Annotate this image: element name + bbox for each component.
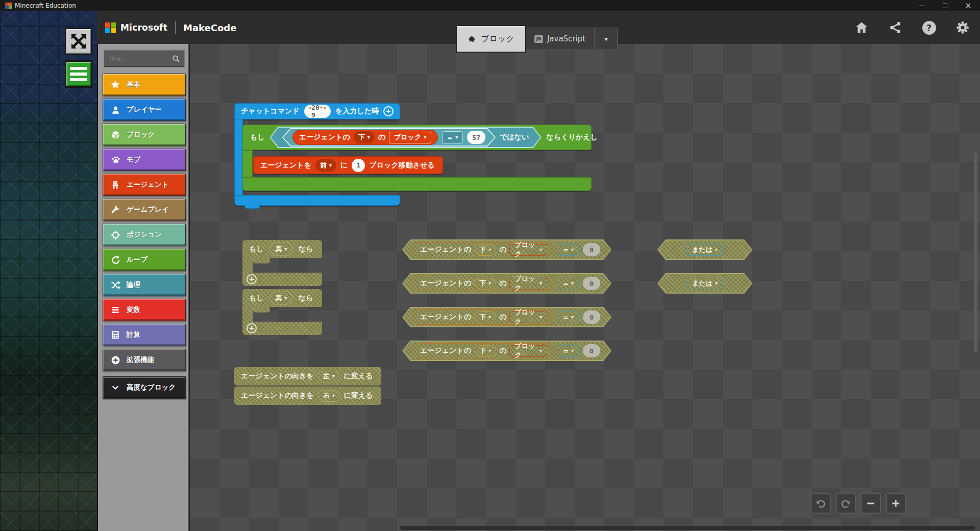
ghost-agent-inspect-block[interactable]: エージェントの 下▾ の ブロック▾ — [413, 276, 554, 291]
ghost-target-dropdown[interactable]: ブロック▾ — [509, 278, 547, 289]
compare-operator-dropdown[interactable]: =▾ — [442, 131, 463, 144]
expand-plus-icon[interactable] — [383, 106, 394, 116]
chat-command-block-footer[interactable] — [234, 195, 400, 206]
vertical-scrollbar[interactable] — [974, 153, 977, 352]
ghost-direction-dropdown[interactable]: 下▾ — [474, 278, 496, 289]
ghost-direction-dropdown[interactable]: 下▾ — [474, 345, 496, 357]
chat-command-block-spine[interactable] — [234, 119, 243, 196]
while-loop-footer[interactable] — [242, 177, 592, 191]
plus-circle-icon — [110, 355, 120, 365]
ghost-agent-turn-block[interactable]: エージェントの向きを 右▾ に変える — [234, 387, 381, 405]
sidebar-item-variables[interactable]: 変数 — [103, 299, 186, 321]
ghost-agent-inspect-block[interactable]: エージェントの 下▾ の ブロック▾ — [413, 309, 554, 325]
ghost-add-else-button[interactable] — [247, 274, 257, 284]
while-loop-spine[interactable] — [242, 150, 253, 177]
help-button[interactable]: ? — [919, 17, 939, 38]
ghost-or-dropdown[interactable]: または▾ — [687, 278, 723, 289]
ghost-condition-dropdown[interactable]: 真▾ — [268, 292, 294, 305]
sidebar-item-advanced[interactable]: 高度なブロック — [103, 376, 186, 399]
ghost-value-field[interactable]: 0 — [583, 310, 600, 324]
horizontal-scrollbar[interactable] — [400, 526, 975, 530]
agent-move-direction-dropdown[interactable]: 前▾ — [315, 159, 336, 172]
sidebar-item-position[interactable]: ポジション — [103, 224, 186, 246]
agent-inspect-block[interactable]: エージェントの 下▾ の ブロック▾ — [292, 130, 438, 145]
ghost-agent-inspect-block[interactable]: エージェントの 下▾ の ブロック▾ — [413, 242, 554, 257]
ghost-inspect-compare-block[interactable]: エージェントの 下▾ の ブロック▾ =▾ 0 — [402, 273, 611, 294]
ghost-operator-dropdown[interactable]: =▾ — [558, 278, 579, 289]
close-button[interactable]: × — [957, 0, 980, 11]
chat-command-block[interactable]: チャットコマンド "20-9" を入力した時 — [234, 103, 400, 119]
agent-move-block[interactable]: エージェントを 前▾ に 1 ブロック移動させる — [253, 156, 443, 174]
ghost-target-dropdown[interactable]: ブロック▾ — [509, 311, 547, 323]
editor-toggle-dropdown[interactable]: ▾ — [595, 28, 618, 50]
ghost-direction-dropdown[interactable]: 下▾ — [474, 311, 496, 323]
app-window: Minecraft Education × — [0, 0, 980, 531]
sidebar-item-blocks[interactable]: ブロック — [103, 124, 186, 146]
logic-compare-block[interactable]: エージェントの 下▾ の ブロック▾ =▾ 57 — [282, 128, 496, 147]
agent-inspect-target-dropdown[interactable]: ブロック▾ — [389, 132, 431, 143]
sidebar-item-label: ポジション — [127, 230, 162, 239]
ghost-turn-direction-dropdown[interactable]: 左▾ — [318, 371, 340, 382]
ghost-or-block[interactable]: または▾ — [657, 273, 752, 294]
wrench-icon — [110, 205, 120, 215]
ghost-direction-dropdown[interactable]: 下▾ — [474, 244, 496, 256]
sidebar-item-math[interactable]: 計算 — [103, 324, 186, 346]
ghost-value-field[interactable]: 0 — [583, 344, 600, 357]
agent-inspect-direction-dropdown[interactable]: 下▾ — [354, 131, 375, 143]
ghost-operator-dropdown[interactable]: =▾ — [558, 244, 579, 256]
redo-button[interactable] — [836, 493, 856, 514]
ghost-operator-dropdown[interactable]: =▾ — [558, 345, 579, 357]
maximize-button[interactable] — [933, 0, 957, 11]
sidebar-item-mobs[interactable]: モブ — [103, 149, 186, 171]
sidebar-item-label: 論理 — [127, 280, 140, 289]
tab-blocks[interactable]: ブロック — [457, 26, 525, 52]
while-loop-block[interactable]: もし エージェントの 下▾ の ブロック▾ — [242, 125, 592, 150]
sidebar-item-extensions[interactable]: 拡張機能 — [103, 349, 186, 371]
ghost-agent-inspect-block[interactable]: エージェントの 下▾ の ブロック▾ — [413, 343, 554, 358]
logic-not-block[interactable]: エージェントの 下▾ の ブロック▾ =▾ 57 ではない — [270, 127, 542, 148]
minimize-button[interactable] — [910, 0, 933, 11]
ghost-or-dropdown[interactable]: または▾ — [687, 244, 723, 256]
ghost-condition-dropdown[interactable]: 真▾ — [268, 243, 294, 256]
ghost-add-else-button[interactable] — [247, 323, 257, 333]
compare-value-field[interactable]: 57 — [467, 131, 485, 144]
loop-icon — [110, 255, 120, 265]
sidebar-item-label: モブ — [127, 155, 141, 164]
sidebar-item-logic[interactable]: 論理 — [103, 274, 186, 296]
ghost-value-field[interactable]: 0 — [583, 243, 600, 256]
ghost-inspect-compare-block[interactable]: エージェントの 下▾ の ブロック▾ =▾ 0 — [402, 307, 611, 327]
search-input[interactable] — [104, 55, 172, 62]
ghost-target-dropdown[interactable]: ブロック▾ — [509, 244, 547, 256]
search-box[interactable] — [104, 50, 185, 67]
ghost-operator-dropdown[interactable]: =▾ — [558, 311, 579, 323]
undo-button[interactable] — [811, 493, 831, 514]
chat-command-value-field[interactable]: "20-9" — [304, 105, 331, 118]
share-button[interactable] — [885, 17, 905, 38]
star-icon — [110, 80, 120, 90]
sidebar-item-loops[interactable]: ループ — [103, 249, 186, 271]
settings-button[interactable] — [952, 17, 973, 38]
sidebar-item-gameplay[interactable]: ゲームプレイ — [103, 199, 186, 221]
sidebar-item-player[interactable]: プレイヤー — [103, 99, 186, 121]
tab-javascript[interactable]: JS JavaScript — [525, 28, 595, 50]
brand-divider — [175, 21, 176, 34]
sidebar-item-agent[interactable]: エージェント — [103, 174, 186, 196]
zoom-out-button[interactable] — [861, 493, 881, 514]
ghost-or-block[interactable]: または▾ — [657, 239, 752, 260]
block-icon — [110, 130, 120, 140]
sidebar-item-basic[interactable]: 基本 — [103, 74, 186, 96]
home-button[interactable] — [851, 17, 872, 38]
minecraft-game-view — [0, 11, 97, 531]
ghost-inspect-compare-block[interactable]: エージェントの 下▾ の ブロック▾ =▾ 0 — [402, 239, 611, 260]
menu-button[interactable] — [65, 60, 92, 88]
ghost-inspect-compare-block[interactable]: エージェントの 下▾ の ブロック▾ =▾ 0 — [402, 341, 611, 361]
ghost-agent-turn-block[interactable]: エージェントの向きを 左▾ に変える — [234, 367, 381, 385]
ghost-turn-direction-dropdown[interactable]: 右▾ — [318, 390, 340, 402]
ghost-value-field[interactable]: 0 — [583, 277, 600, 290]
close-editor-button[interactable] — [65, 28, 92, 55]
agent-move-count-field[interactable]: 1 — [352, 159, 365, 172]
block-workspace[interactable]: チャットコマンド "20-9" を入力した時 もし エージェントの — [190, 44, 980, 531]
titlebar: Minecraft Education × — [0, 0, 980, 11]
zoom-in-button[interactable] — [886, 493, 906, 514]
ghost-target-dropdown[interactable]: ブロック▾ — [509, 345, 547, 357]
